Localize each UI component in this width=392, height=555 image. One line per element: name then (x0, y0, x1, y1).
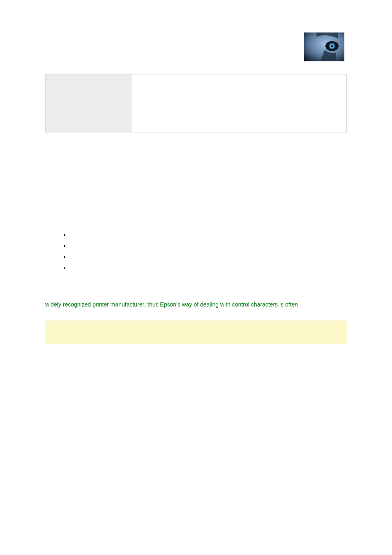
list-item (70, 265, 347, 276)
svg-point-4 (330, 44, 332, 46)
info-box-right (132, 74, 346, 132)
bullet-list (45, 231, 347, 276)
list-item (70, 253, 347, 265)
list-item (70, 242, 347, 253)
body-text-green: widely recognized printer manufacturer; … (45, 300, 347, 309)
list-item (70, 231, 347, 242)
info-box-left (46, 74, 132, 132)
info-box (45, 74, 347, 132)
highlight-bar (45, 320, 347, 344)
header-image (304, 32, 345, 62)
